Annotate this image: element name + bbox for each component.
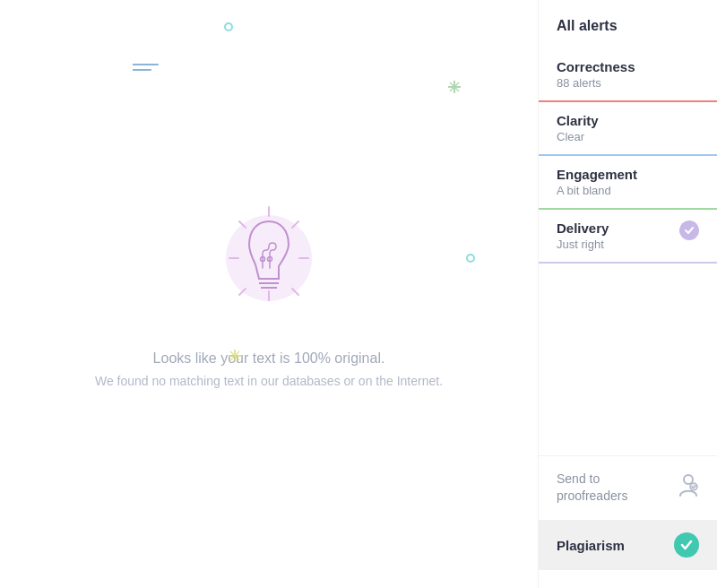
sidebar-item-delivery[interactable]: Delivery Just right [539,210,717,264]
plagiarism-label: Plagiarism [557,538,625,553]
sidebar-item-correctness[interactable]: Correctness 88 alerts [539,48,717,102]
clarity-title: Clarity [557,113,599,128]
deco-circle-top [224,20,233,34]
deco-circle-mid [466,251,475,265]
sidebar-item-clarity[interactable]: Clarity Clear [539,102,717,156]
deco-cross-top-right [448,81,461,96]
main-panel: Looks like your text is 100% original. W… [0,0,538,588]
sidebar-title: All alerts [539,18,717,48]
main-primary-text: Looks like your text is 100% original. [153,350,385,367]
sidebar: All alerts Correctness 88 alerts Clarity… [538,0,717,588]
sidebar-item-engagement[interactable]: Engagement A bit bland [539,156,717,210]
delivery-sub: Just right [557,238,609,251]
engagement-title: Engagement [557,167,637,182]
send-to-proofreaders-button[interactable]: Send toproofreaders [539,455,717,520]
delivery-title: Delivery [557,220,609,236]
lightbulb-illustration [215,200,323,329]
delivery-check-icon [679,220,699,240]
send-label: Send toproofreaders [557,471,627,506]
svg-point-23 [684,475,693,484]
engagement-sub: A bit bland [557,184,637,197]
main-secondary-text: We found no matching text in our databas… [95,374,443,388]
person-icon [678,472,699,503]
correctness-sub: 88 alerts [557,76,635,90]
plagiarism-button[interactable]: Plagiarism [539,520,717,570]
correctness-title: Correctness [557,59,635,74]
deco-lines [133,61,161,74]
clarity-sub: Clear [557,130,599,143]
deco-cross-bottom [229,350,241,365]
plagiarism-check-icon [674,532,699,558]
